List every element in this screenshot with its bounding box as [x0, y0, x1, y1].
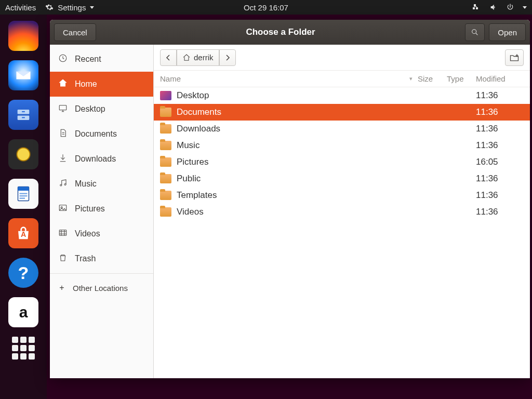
- dock-firefox[interactable]: [8, 21, 38, 51]
- column-modified[interactable]: Modified: [476, 74, 524, 83]
- sidebar-item-label: Music: [75, 179, 97, 189]
- column-size[interactable]: Size: [418, 74, 447, 83]
- cancel-button[interactable]: Cancel: [54, 23, 96, 41]
- file-name: Desktop: [177, 90, 418, 101]
- dock-help[interactable]: ?: [8, 258, 38, 288]
- folder-icon: [160, 124, 171, 134]
- network-icon: [473, 3, 481, 11]
- sidebar-item-videos[interactable]: Videos: [50, 221, 153, 246]
- sidebar-item-label: Recent: [75, 55, 101, 64]
- path-bar: derrik: [154, 45, 530, 71]
- file-row[interactable]: Desktop11:36: [154, 87, 530, 104]
- top-panel: Activities Settings Oct 29 16:07: [0, 0, 532, 15]
- file-name: Documents: [177, 107, 418, 117]
- sidebar-item-recent[interactable]: Recent: [50, 47, 153, 72]
- desktop-folder-icon: [160, 91, 171, 100]
- chevron-down-icon: [523, 6, 527, 9]
- path-segment-label: derrik: [194, 53, 214, 62]
- clock[interactable]: Oct 29 16:07: [244, 3, 288, 12]
- sidebar-item-label: Pictures: [75, 204, 105, 214]
- doc-icon: [58, 128, 68, 140]
- svg-rect-6: [22, 117, 25, 118]
- home-icon: [182, 54, 191, 62]
- dock-writer[interactable]: [8, 179, 38, 209]
- file-modified: 11:36: [476, 140, 524, 151]
- app-menu[interactable]: Settings: [45, 3, 94, 12]
- sidebar-item-documents[interactable]: Documents: [50, 122, 153, 147]
- chevron-right-icon: [225, 55, 230, 61]
- file-row[interactable]: Templates11:36: [154, 187, 530, 204]
- column-type[interactable]: Type: [447, 74, 476, 83]
- file-row[interactable]: Pictures16:05: [154, 154, 530, 170]
- sidebar-item-label: Other Locations: [73, 284, 128, 292]
- file-row[interactable]: Documents11:36: [154, 104, 530, 121]
- dock-show-apps[interactable]: [12, 337, 35, 360]
- svg-point-16: [60, 184, 62, 186]
- folder-icon: [160, 157, 171, 167]
- folder-icon: [160, 207, 171, 217]
- dock-thunderbird[interactable]: [8, 60, 38, 90]
- mail-icon: [14, 66, 33, 85]
- dock: A ? a: [0, 15, 47, 399]
- sidebar-item-desktop[interactable]: Desktop: [50, 97, 153, 122]
- search-button[interactable]: [465, 23, 485, 41]
- file-row[interactable]: Public11:36: [154, 170, 530, 187]
- picture-icon: [58, 203, 68, 215]
- sidebar-item-pictures[interactable]: Pictures: [50, 196, 153, 221]
- svg-rect-1: [473, 7, 475, 9]
- sidebar-other-locations[interactable]: +Other Locations: [50, 276, 153, 300]
- path-segment-home[interactable]: derrik: [177, 49, 219, 66]
- drawer-icon: [15, 106, 32, 124]
- sidebar-item-music[interactable]: Music: [50, 171, 153, 196]
- column-headers: Name ▾ Size Type Modified: [154, 71, 530, 87]
- window-title: Choose a Folder: [100, 27, 461, 37]
- sort-indicator-icon: ▾: [409, 75, 413, 82]
- dock-rhythmbox[interactable]: [8, 139, 38, 169]
- svg-text:A: A: [21, 230, 26, 238]
- bag-icon: A: [15, 224, 32, 242]
- new-folder-button[interactable]: [505, 49, 524, 66]
- file-modified: 16:05: [476, 157, 524, 167]
- sidebar-item-label: Trash: [75, 254, 96, 263]
- dock-amazon[interactable]: a: [8, 297, 38, 327]
- chevron-down-icon: [90, 6, 94, 9]
- file-row[interactable]: Music11:36: [154, 137, 530, 154]
- sidebar-item-trash[interactable]: Trash: [50, 246, 153, 271]
- path-back-button[interactable]: [160, 49, 177, 66]
- sidebar-item-label: Documents: [75, 129, 117, 139]
- clock-icon: [58, 54, 68, 65]
- sidebar-item-home[interactable]: Home: [50, 72, 153, 97]
- download-icon: [58, 153, 68, 165]
- svg-point-13: [472, 30, 476, 34]
- file-name: Templates: [177, 190, 418, 201]
- new-folder-icon: [509, 53, 520, 62]
- status-area[interactable]: [473, 3, 527, 11]
- dock-files[interactable]: [8, 100, 38, 130]
- plus-icon: +: [58, 283, 65, 292]
- sidebar-item-label: Desktop: [75, 104, 105, 114]
- sidebar-item-downloads[interactable]: Downloads: [50, 147, 153, 171]
- activities-button[interactable]: Activities: [5, 3, 36, 12]
- sidebar-item-label: Videos: [75, 229, 100, 238]
- svg-rect-20: [59, 230, 66, 236]
- sidebar-item-label: Downloads: [75, 154, 116, 164]
- open-button[interactable]: Open: [489, 23, 526, 41]
- dock-software[interactable]: A: [8, 218, 38, 248]
- file-name: Pictures: [177, 157, 418, 167]
- svg-rect-10: [20, 195, 28, 196]
- music-icon: [58, 178, 68, 190]
- sidebar-divider: [50, 273, 153, 274]
- file-modified: 11:36: [476, 124, 524, 134]
- video-icon: [58, 228, 68, 240]
- file-modified: 11:36: [476, 190, 524, 201]
- path-forward-button[interactable]: [219, 49, 236, 66]
- places-sidebar: RecentHomeDesktopDocumentsDownloadsMusic…: [50, 45, 154, 378]
- volume-icon: [489, 3, 498, 11]
- file-row[interactable]: Downloads11:36: [154, 121, 530, 137]
- column-name[interactable]: Name ▾: [160, 74, 418, 83]
- titlebar: Cancel Choose a Folder Open: [50, 20, 530, 45]
- folder-icon: [160, 191, 171, 200]
- chevron-left-icon: [166, 55, 171, 61]
- svg-point-17: [64, 184, 66, 185]
- file-row[interactable]: Videos11:36: [154, 204, 530, 220]
